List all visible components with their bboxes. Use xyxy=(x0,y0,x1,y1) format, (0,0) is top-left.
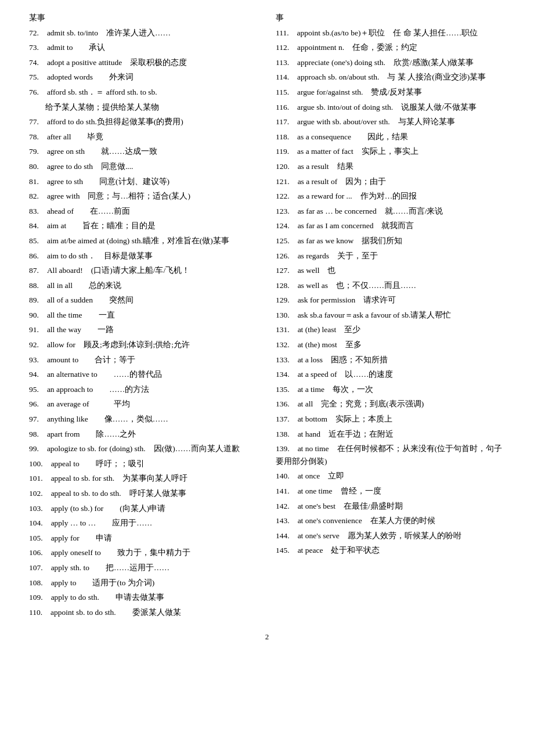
list-item: 136. at all 完全；究竟；到底(表示强调) xyxy=(276,398,505,411)
list-item: 113. appreciate (one's) doing sth. 欣赏/感激… xyxy=(276,56,505,69)
list-item: 138. at hand 近在手边；在附近 xyxy=(276,428,505,441)
list-item: 85. aim at/be aimed at (doing) sth.瞄准，对准… xyxy=(29,235,258,247)
list-item: 124. as far as I am concerned 就我而言 xyxy=(276,219,505,232)
list-item: 117. argue with sb. about/over sth. 与某人辩… xyxy=(276,116,505,128)
list-item: 134. at a speed of 以……的速度 xyxy=(276,368,505,381)
list-item: 125. as far as we know 据我们所知 xyxy=(276,235,505,247)
list-item: 102. appeal to sb. to do sth. 呼吁某人做某事 xyxy=(29,487,258,500)
list-item: 126. as regards 关于，至于 xyxy=(276,250,505,262)
list-item: 77. afford to do sth.负担得起做某事(的费用) xyxy=(29,116,258,128)
list-item: 80. agree to do sth 同意做.... xyxy=(29,160,258,173)
list-item: 121. as a result of 因为；由于 xyxy=(276,175,505,188)
list-item: 90. all the time 一直 xyxy=(29,309,258,322)
list-item: 123. as far as … be concerned 就……而言/来说 xyxy=(276,205,505,218)
list-item: 100. appeal to 呼吁；；吸引 xyxy=(29,458,258,470)
list-item: 事 xyxy=(276,12,505,24)
list-item: 82. agree with 同意；与…相符；适合(某人) xyxy=(29,190,258,203)
list-item: 111. appoint sb.(as/to be)＋职位 任 命 某人担任……… xyxy=(276,27,505,39)
list-item: 93. amount to 合计；等于 xyxy=(29,354,258,366)
list-item: 143. at one's convenience 在某人方便的时候 xyxy=(276,514,505,527)
list-item: 87. All aboard! (口语)请大家上船/车/飞机！ xyxy=(29,264,258,277)
list-item: 112. appointment n. 任命，委派；约定 xyxy=(276,41,505,54)
list-item: 135. at a time 每次，一次 xyxy=(276,383,505,396)
list-item: 139. at no time 在任何时候都不；从来没有(位于句首时，句子要用部… xyxy=(276,442,505,467)
page-content: 某事72. admit sb. to/into 准许某人进入……73. admi… xyxy=(17,12,517,621)
list-item: 144. at one's serve 愿为某人效劳，听候某人的吩咐 xyxy=(276,530,505,542)
list-item: 72. admit sb. to/into 准许某人进入…… xyxy=(29,27,258,39)
page-number: 2 xyxy=(17,632,517,642)
list-item: 94. an alternative to ……的替代品 xyxy=(29,368,258,381)
list-item: 78. after all 毕竟 xyxy=(29,131,258,143)
list-item: 140. at once 立即 xyxy=(276,470,505,483)
list-item: 116. argue sb. into/out of doing sth. 说服… xyxy=(276,101,505,114)
list-item: 89. all of a sudden 突然间 xyxy=(29,294,258,307)
list-item: 127. as well 也 xyxy=(276,264,505,277)
list-item: 84. aim at 旨在；瞄准；目的是 xyxy=(29,219,258,232)
left-column: 某事72. admit sb. to/into 准许某人进入……73. admi… xyxy=(17,12,267,621)
list-item: 118. as a consequence 因此，结果 xyxy=(276,131,505,143)
list-item: 75. adopted words 外来词 xyxy=(29,71,258,84)
list-item: 131. at (the) least 至少 xyxy=(276,323,505,336)
list-item: 129. ask for permission 请求许可 xyxy=(276,294,505,307)
list-item: 110. appoint sb. to do sth. 委派某人做某 xyxy=(29,606,258,619)
list-item: 142. at one's best 在最佳/鼎盛时期 xyxy=(276,500,505,513)
list-item: 128. as well as 也；不仅……而且…… xyxy=(276,279,505,292)
list-item: 132. at (the) most 至多 xyxy=(276,339,505,351)
list-item: 145. at peace 处于和平状态 xyxy=(276,544,505,557)
list-item: 97. anything like 像……，类似…… xyxy=(29,413,258,426)
list-item: 74. adopt a positive attitude 采取积极的态度 xyxy=(29,56,258,69)
list-item: 81. agree to sth 同意(计划、建议等) xyxy=(29,175,258,188)
list-item: 122. as a reward for ... 作为对…的回报 xyxy=(276,190,505,203)
list-item: 106. apply oneself to 致力于，集中精力于 xyxy=(29,546,258,559)
list-item: 120. as a result 结果 xyxy=(276,160,505,173)
list-item: 某事 xyxy=(29,12,258,24)
list-item: 101. appeal to sb. for sth. 为某事向某人呼吁 xyxy=(29,472,258,485)
list-item: 86. aim to do sth． 目标是做某事 xyxy=(29,250,258,262)
list-item: 119. as a matter of fact 实际上，事实上 xyxy=(276,145,505,158)
list-item: 107. apply sth. to 把……运用于…… xyxy=(29,561,258,574)
list-item: 83. ahead of 在……前面 xyxy=(29,205,258,218)
list-item: 130. ask sb.a favour＝ask a favour of sb.… xyxy=(276,309,505,322)
list-item: 103. apply (to sb.) for (向某人)申请 xyxy=(29,502,258,515)
list-item: 141. at one time 曾经，一度 xyxy=(276,485,505,498)
list-item: 104. apply … to … 应用于…… xyxy=(29,517,258,530)
list-item: 91. all the way 一路 xyxy=(29,323,258,336)
list-item: 73. admit to 承认 xyxy=(29,41,258,54)
list-item: 98. apart from 除……之外 xyxy=(29,428,258,441)
list-item: 96. an average of 平均 xyxy=(29,398,258,411)
list-item: 115. argue for/against sth. 赞成/反对某事 xyxy=(276,86,505,99)
list-item: 92. allow for 顾及;考虑到;体谅到;供给;允许 xyxy=(29,339,258,351)
list-item: 137. at bottom 实际上；本质上 xyxy=(276,413,505,426)
list-item: 133. at a loss 困惑；不知所措 xyxy=(276,354,505,366)
right-column: 事111. appoint sb.(as/to be)＋职位 任 命 某人担任…… xyxy=(267,12,517,621)
list-item: 95. an approach to ……的方法 xyxy=(29,383,258,396)
list-item: 给予某人某物；提供给某人某物 xyxy=(29,101,258,114)
list-item: 99. apologize to sb. for (doing) sth. 因(… xyxy=(29,442,258,455)
list-item: 105. apply for 申请 xyxy=(29,532,258,545)
list-item: 108. apply to 适用于(to 为介词) xyxy=(29,577,258,589)
list-item: 109. apply to do sth. 申请去做某事 xyxy=(29,591,258,604)
list-item: 114. approach sb. on/about sth. 与 某 人接洽(… xyxy=(276,71,505,84)
list-item: 88. all in all 总的来说 xyxy=(29,279,258,292)
list-item: 76. afford sb. sth．＝ afford sth. to sb. xyxy=(29,86,258,99)
list-item: 79. agree on sth 就……达成一致 xyxy=(29,145,258,158)
